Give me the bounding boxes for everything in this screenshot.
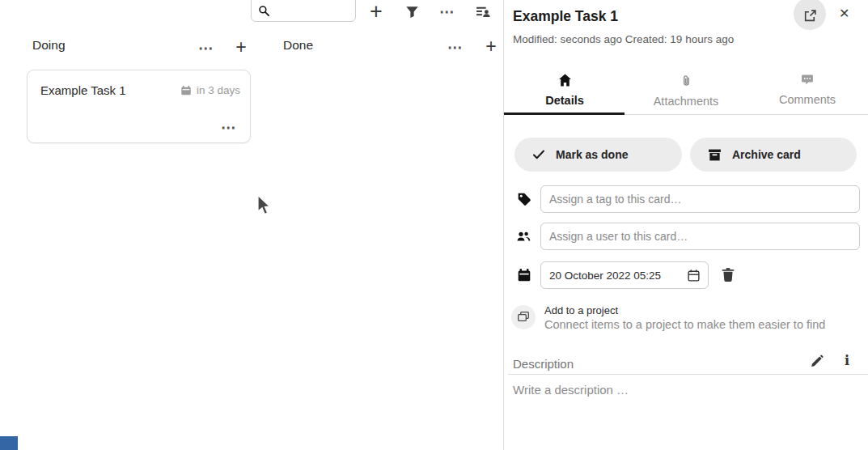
column-title-doing: Doing	[32, 38, 66, 53]
kanban-app-window: + ⋯ Doing ⋯ + Done ⋯ + Example Task 1 in…	[0, 0, 868, 450]
due-date-field[interactable]: 20 October 2022 05:25	[540, 261, 709, 289]
check-icon	[532, 149, 545, 160]
description-divider	[508, 374, 868, 375]
assign-user-input[interactable]	[540, 223, 860, 250]
users-icon	[516, 229, 531, 244]
home-icon	[558, 74, 572, 87]
add-to-project-subtitle: Connect items to a project to make them …	[544, 318, 825, 331]
column-done-add-card-button[interactable]: +	[482, 35, 500, 57]
project-stack-icon	[517, 311, 530, 324]
add-to-project-title: Add to a project	[544, 304, 618, 316]
panel-divider	[503, 0, 504, 450]
active-tab-indicator	[504, 112, 625, 115]
card-due-label: in 3 days	[197, 84, 240, 96]
archive-icon	[708, 148, 722, 162]
open-in-window-button[interactable]	[794, 0, 826, 30]
tab-comments[interactable]: Comments	[747, 69, 868, 114]
mouse-cursor	[256, 194, 271, 216]
ellipsis-icon: ⋯	[198, 40, 214, 56]
task-card[interactable]: Example Task 1 in 3 days ⋯	[27, 70, 251, 143]
plus-icon: +	[370, 1, 383, 23]
description-label: Description	[513, 357, 574, 371]
external-link-icon	[803, 9, 817, 23]
remove-due-date-button[interactable]	[721, 267, 735, 282]
tab-attachments[interactable]: Attachments	[625, 69, 747, 114]
card-due-date: in 3 days	[180, 84, 240, 96]
add-to-project-button[interactable]	[511, 305, 536, 329]
assignee-filter-button[interactable]	[473, 0, 493, 23]
calendar-icon	[517, 268, 531, 282]
filter-button[interactable]	[403, 0, 421, 23]
archive-card-button[interactable]: Archive card	[690, 138, 857, 172]
tab-details[interactable]: Details	[504, 69, 625, 114]
board-menu-button[interactable]: ⋯	[438, 0, 457, 23]
tab-label: Attachments	[654, 95, 719, 108]
assignee-list-icon	[476, 4, 491, 19]
calendar-icon	[180, 85, 192, 96]
column-done-menu-button[interactable]: ⋯	[446, 36, 465, 58]
tab-label: Details	[545, 94, 584, 107]
archive-card-label: Archive card	[732, 148, 801, 161]
card-menu-button[interactable]: ⋯	[221, 120, 237, 135]
ellipsis-icon: ⋯	[447, 40, 464, 55]
tag-icon	[517, 192, 531, 206]
column-doing-menu-button[interactable]: ⋯	[197, 36, 216, 59]
close-panel-button[interactable]: ✕	[839, 6, 849, 21]
funnel-icon	[405, 5, 419, 19]
bottom-left-accent-square	[0, 436, 18, 450]
due-date-value: 20 October 2022 05:25	[549, 270, 687, 282]
search-icon	[258, 5, 270, 17]
card-title: Example Task 1	[40, 83, 126, 97]
plus-icon: +	[235, 38, 246, 57]
column-doing-add-card-button[interactable]: +	[232, 36, 250, 58]
mark-as-done-label: Mark as done	[556, 148, 628, 161]
edit-description-button[interactable]	[810, 354, 824, 368]
plus-icon: +	[485, 37, 496, 56]
panel-meta: Modified: seconds ago Created: 19 hours …	[513, 33, 734, 45]
details-tabbar: Details Attachments Comments	[504, 69, 868, 115]
description-info-icon[interactable]: i	[845, 353, 849, 368]
search-input[interactable]	[251, 0, 356, 22]
column-title-done: Done	[283, 38, 313, 53]
description-placeholder[interactable]: Write a description …	[513, 383, 629, 397]
panel-title: Example Task 1	[513, 8, 618, 25]
tab-label: Comments	[779, 93, 836, 106]
calendar-picker-icon[interactable]	[687, 269, 701, 282]
paperclip-icon	[680, 74, 692, 87]
ellipsis-icon: ⋯	[439, 4, 455, 19]
assign-tag-input[interactable]	[540, 185, 860, 213]
comments-icon	[801, 74, 814, 86]
mark-as-done-button[interactable]: Mark as done	[514, 138, 682, 172]
add-list-button[interactable]: +	[367, 0, 385, 23]
